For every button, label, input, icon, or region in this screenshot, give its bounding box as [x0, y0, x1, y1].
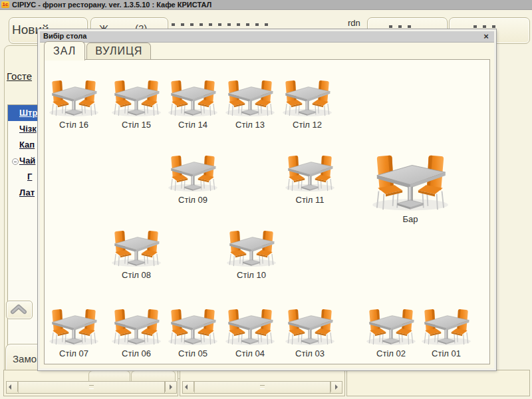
table-label: Стіл 09 — [164, 195, 221, 205]
table-label: Стіл 14 — [164, 120, 221, 130]
scroll-right-button[interactable] — [331, 382, 342, 392]
clipped-text-remnant — [172, 23, 273, 26]
list-item-label: Штр — [19, 108, 37, 118]
table-label: Стіл 03 — [281, 348, 338, 358]
clipped-text-remnant — [473, 25, 496, 28]
table-icon — [223, 225, 280, 267]
dialog-tab-1[interactable]: ВУЛИЦЯ — [86, 43, 151, 60]
table-label: Стіл 07 — [45, 348, 102, 358]
table-item[interactable]: Стіл 01 — [418, 303, 475, 358]
table-icon — [221, 74, 279, 117]
table-label: Стіл 12 — [279, 120, 336, 130]
table-label: Стіл 01 — [418, 348, 475, 358]
table-icon — [108, 225, 165, 267]
table-item[interactable]: Стіл 08 — [108, 225, 165, 280]
table-label: Стіл 02 — [362, 348, 420, 358]
table-icon — [108, 303, 165, 346]
table-label: Стіл 06 — [108, 348, 165, 358]
table-item[interactable]: Стіл 16 — [45, 74, 102, 130]
table-label: Стіл 16 — [45, 120, 102, 130]
dialog-titlebar[interactable]: Вибір стола × — [40, 31, 494, 43]
mini-tab-button[interactable] — [88, 370, 130, 382]
table-label: Стіл 05 — [164, 348, 221, 358]
bottom-panel-middle — [180, 370, 345, 396]
mini-tab-button[interactable] — [131, 370, 176, 382]
list-item-label: Чай — [19, 156, 35, 166]
close-icon[interactable]: × — [481, 31, 491, 41]
app-titlebar: 1с СІРІУС - фронт ресторану. ver. 1.3.5.… — [0, 0, 532, 10]
table-icon — [45, 74, 102, 117]
table-icon — [164, 303, 221, 346]
bottom-panel-right — [346, 370, 530, 396]
dialog-tabs: ЗАЛВУЛИЦЯ — [44, 44, 152, 60]
dialog-title: Вибір стола — [43, 32, 86, 40]
table-item[interactable]: Стіл 10 — [223, 225, 280, 280]
table-icon — [164, 74, 221, 117]
clipped-text-remnant — [389, 25, 413, 28]
table-item[interactable]: Стіл 07 — [45, 303, 102, 358]
rdn-text: rdn — [348, 18, 360, 28]
table-icon — [279, 74, 336, 117]
floor-plan: Стіл 16Стіл 15Стіл 14Стіл 13Стіл 12Стіл … — [44, 59, 490, 364]
table-item[interactable]: Стіл 15 — [108, 74, 165, 130]
tree-collapse-icon[interactable] — [12, 158, 19, 165]
scrollbar-thumb[interactable] — [194, 382, 331, 393]
guests-header-link[interactable]: Госте — [7, 70, 32, 82]
table-label: Стіл 10 — [223, 270, 280, 280]
horizontal-scrollbar[interactable] — [182, 381, 342, 394]
scrollbar-thumb[interactable] — [18, 382, 165, 393]
table-label: Стіл 13 — [221, 120, 279, 130]
table-label: Стіл 15 — [108, 120, 165, 130]
table-label: Стіл 08 — [108, 270, 165, 280]
list-item-label: Г — [27, 172, 32, 182]
table-icon — [366, 146, 454, 211]
table-item[interactable]: Стіл 03 — [281, 303, 338, 358]
app-title: СІРІУС - фронт ресторану. ver. 1.3.5.10 … — [12, 0, 211, 9]
scroll-left-button[interactable] — [183, 382, 194, 392]
horizontal-scrollbar[interactable] — [6, 381, 177, 394]
table-item[interactable]: Стіл 02 — [362, 303, 420, 358]
table-icon — [221, 303, 279, 346]
list-item-label: Лат — [19, 188, 35, 198]
table-item[interactable]: Стіл 14 — [164, 74, 221, 130]
scroll-left-button[interactable] — [7, 382, 18, 392]
table-icon — [362, 303, 420, 346]
table-label: Бар — [366, 214, 454, 224]
bottom-panel-left — [3, 370, 178, 396]
table-item[interactable]: Стіл 04 — [221, 303, 279, 358]
table-item[interactable]: Стіл 05 — [164, 303, 221, 358]
scroll-right-button[interactable] — [165, 382, 176, 392]
list-item-label: Кап — [19, 140, 35, 150]
table-label: Стіл 04 — [221, 348, 279, 358]
orders-label-fragment: Замо — [13, 353, 37, 364]
table-item[interactable]: Стіл 13 — [221, 74, 279, 130]
table-icon — [108, 74, 165, 117]
table-icon — [281, 303, 338, 346]
list-item-label: Чізк — [19, 124, 37, 134]
app-icon: 1с — [1, 1, 9, 8]
chevron-up-icon — [7, 301, 31, 317]
table-item[interactable]: Стіл 12 — [279, 74, 336, 130]
table-icon — [281, 150, 338, 192]
table-item[interactable]: Стіл 06 — [108, 303, 165, 358]
table-select-dialog: Вибір стола × ЗАЛВУЛИЦЯ Стіл 16Стіл 15Ст… — [38, 29, 496, 370]
table-icon — [45, 303, 102, 346]
table-icon — [418, 303, 475, 346]
dialog-tab-0[interactable]: ЗАЛ — [44, 41, 85, 61]
table-item[interactable]: Стіл 09 — [164, 150, 221, 205]
table-item[interactable]: Бар — [366, 146, 454, 224]
table-icon — [164, 150, 221, 192]
table-label: Стіл 11 — [281, 195, 338, 205]
collapse-up-button[interactable] — [6, 301, 33, 319]
table-item[interactable]: Стіл 11 — [281, 150, 338, 205]
